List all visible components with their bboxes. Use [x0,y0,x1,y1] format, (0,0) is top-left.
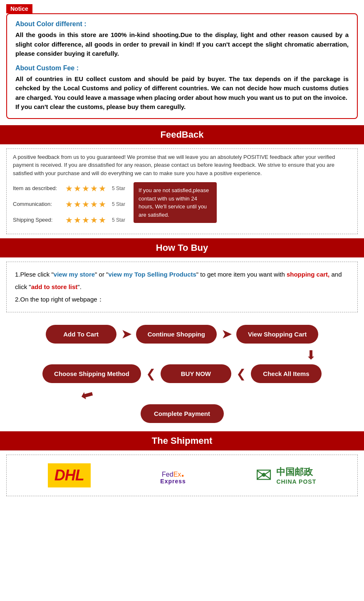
stars-label-3: Shipping Speed: [13,216,63,224]
link-add-store[interactable]: add to store list [31,283,78,290]
shipment-section: DHL FedEx. Express ✉ 中国邮政 CHINA POST [0,450,364,500]
stars-label-2: Communication: [13,200,63,208]
stars-label-1: Item as described: [13,184,63,193]
stars-1: ★★★★★ [65,182,107,195]
satisfaction-box: If you are not satisfied,please contact … [134,182,217,223]
chinapost-text: 中国邮政 CHINA POST [276,466,316,485]
chinapost-icon: ✉ [255,465,272,485]
feedback-box: A positive feedback from us to you guara… [6,148,358,235]
link-shopping-cart[interactable]: shopping cart, [287,271,329,278]
howtobuy-section: 1.Plese click "view my store" or "view m… [0,257,364,317]
stars-count-2: 5 Star [112,200,125,208]
stars-table: Item as described: ★★★★★ 5 Star Communic… [13,182,125,230]
step1-text: 1.Plese click "view my store" or "view m… [15,268,349,293]
stars-count-3: 5 Star [112,216,125,224]
choose-shipping-button[interactable]: Choose Shipping Method [42,364,141,383]
add-to-cart-button[interactable]: Add To Cart [46,325,116,344]
fee-title: About Custom Fee : [15,64,349,72]
step2-text: 2.On the top right of webpage： [15,293,349,306]
color-text: All the goods in this store are 100% in-… [15,30,349,59]
arrow-down-left: ⬋ [78,385,97,404]
stars-2: ★★★★★ [65,198,107,210]
arrow-right-1: ➤ [121,327,131,341]
table-row: Item as described: ★★★★★ 5 Star [13,182,125,195]
step1-post: " to get more item you want with [196,271,287,278]
feedback-section: A positive feedback from us to you guara… [0,144,364,239]
notice-box: About Color different : All the goods in… [6,13,358,119]
fedex-ex: Ex [173,471,181,478]
chinapost-cn: 中国邮政 [276,466,313,478]
stars-section: Item as described: ★★★★★ 5 Star Communic… [13,182,351,230]
fedex-express: Express [160,478,186,485]
table-row: Communication: ★★★★★ 5 Star [13,198,125,210]
arrow-right-2: ➤ [222,327,231,341]
chinapost-en: CHINA POST [276,478,316,485]
fee-text1: All of countries in EU collect custom an… [15,74,349,103]
check-all-items-button[interactable]: Check All Items [251,364,322,383]
feedback-text: A positive feedback from us to you guara… [13,153,351,178]
arrow-down-1: ⬇ [306,348,316,362]
arrow-left-1: ❮ [146,367,156,381]
notice-tab: Notice [6,4,32,13]
fee-text2: If you can't clear the customs, please b… [15,102,349,112]
howtobuy-header: How To Buy [0,238,364,257]
flow-row-1: Add To Cart ➤ Continue Shopping ➤ View S… [6,325,358,344]
dhl-text: DHL [54,467,84,484]
howtobuy-box: 1.Plese click "view my store" or "view m… [6,262,358,312]
fedex-fed: Fed [162,471,173,478]
fedex-logo: FedEx. Express [160,466,186,485]
view-shopping-cart-button[interactable]: View Shopping Cart [236,325,318,344]
chinapost-logo: ✉ 中国邮政 CHINA POST [255,465,316,485]
link-top-selling[interactable]: view my Top Selling Products [108,271,196,278]
buy-now-button[interactable]: BUY NOW [161,364,231,383]
link-view-store[interactable]: view my store [54,271,95,278]
step1-final: ". [77,283,82,290]
feedback-header: FeedBack [0,125,364,144]
table-row: Shipping Speed: ★★★★★ 5 Star [13,214,125,226]
stars-count-1: 5 Star [112,185,125,192]
shipment-header: The Shipment [0,431,364,450]
flow-diagram: Add To Cart ➤ Continue Shopping ➤ View S… [0,317,364,431]
dhl-logo: DHL [48,463,91,487]
shipment-box: DHL FedEx. Express ✉ 中国邮政 CHINA POST [6,455,358,496]
stars-3: ★★★★★ [65,214,107,226]
step1-mid: " or " [95,271,108,278]
continue-shopping-button[interactable]: Continue Shopping [136,325,217,344]
step1-pre: 1.Plese click " [15,271,54,278]
flow-row-2: Choose Shipping Method ❮ BUY NOW ❮ Check… [6,364,358,383]
flow-row-3: Complete Payment [6,404,358,423]
complete-payment-button[interactable]: Complete Payment [141,404,224,423]
notice-section: Notice About Color different : All the g… [0,0,364,125]
arrow-left-2: ❮ [236,367,246,381]
color-title: About Color different : [15,20,349,28]
